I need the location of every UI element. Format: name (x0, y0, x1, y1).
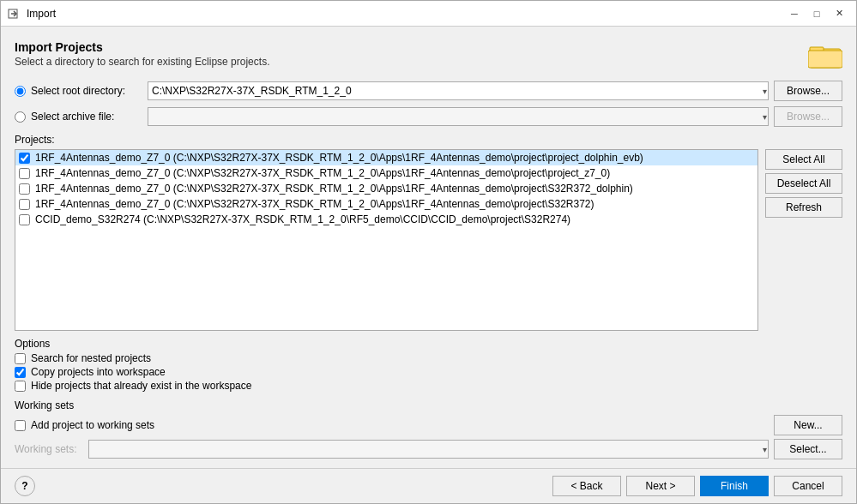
root-dir-input[interactable] (148, 81, 769, 100)
project-checkbox[interactable] (19, 153, 30, 164)
project-item[interactable]: 1RF_4Antennas_demo_Z7_0 (C:\NXP\S32R27X-… (15, 181, 757, 196)
working-sets-input[interactable] (88, 440, 769, 459)
select-all-button[interactable]: Select All (765, 149, 842, 170)
root-dir-label[interactable]: Select root directory: (31, 85, 142, 97)
option-row: Search for nested projects (15, 351, 842, 365)
option-row: Copy projects into workspace (15, 365, 842, 379)
root-dir-radio[interactable] (15, 86, 26, 97)
projects-container: 1RF_4Antennas_demo_Z7_0 (C:\NXP\S32R27X-… (15, 149, 842, 331)
option-label[interactable]: Copy projects into workspace (31, 366, 166, 378)
browse-root-button[interactable]: Browse... (774, 81, 842, 101)
import-icon (8, 7, 21, 21)
svg-rect-4 (808, 51, 842, 68)
archive-input[interactable] (148, 107, 769, 126)
page-header: Import Projects Select a directory to se… (15, 40, 842, 74)
folder-icon (808, 40, 842, 74)
finish-button[interactable]: Finish (700, 476, 769, 496)
project-item-label: CCID_demo_S32R274 (C:\NXP\S32R27X-37X_RS… (35, 213, 570, 225)
page-subtitle: Select a directory to search for existin… (15, 56, 269, 68)
browse-archive-button[interactable]: Browse... (774, 106, 842, 127)
working-sets-section: Working sets Add project to working sets… (15, 399, 842, 459)
import-window: Import ─ □ ✕ Import Projects Select a di… (0, 0, 857, 504)
option-label[interactable]: Search for nested projects (31, 352, 151, 364)
window-controls: ─ □ ✕ (784, 5, 849, 22)
project-item-label: 1RF_4Antennas_demo_Z7_0 (C:\NXP\S32R27X-… (35, 198, 594, 210)
project-checkbox[interactable] (19, 214, 30, 225)
project-item[interactable]: CCID_demo_S32R274 (C:\NXP\S32R27X-37X_RS… (15, 212, 757, 227)
project-item-label: 1RF_4Antennas_demo_Z7_0 (C:\NXP\S32R27X-… (35, 167, 610, 179)
archive-radio[interactable] (15, 111, 26, 123)
archive-combo-wrapper: ▾ (148, 107, 769, 126)
project-item[interactable]: 1RF_4Antennas_demo_Z7_0 (C:\NXP\S32R27X-… (15, 165, 757, 181)
project-item-label: 1RF_4Antennas_demo_Z7_0 (C:\NXP\S32R27X-… (35, 183, 633, 195)
projects-buttons: Select All Deselect All Refresh (765, 149, 842, 331)
archive-row: Select archive file: ▾ Browse... (15, 106, 842, 127)
project-item[interactable]: 1RF_4Antennas_demo_Z7_0 (C:\NXP\S32R27X-… (15, 150, 757, 165)
project-item-label: 1RF_4Antennas_demo_Z7_0 (C:\NXP\S32R27X-… (35, 152, 643, 164)
title-bar: Import ─ □ ✕ (1, 1, 856, 27)
project-checkbox[interactable] (19, 183, 30, 195)
root-dir-combo-wrapper: ▾ (148, 81, 769, 100)
page-header-left: Import Projects Select a directory to se… (15, 40, 269, 68)
window-title: Import (27, 8, 56, 20)
working-sets-input-row: Working sets: ▾ Select... (15, 439, 842, 459)
main-content: Import Projects Select a directory to se… (1, 27, 856, 468)
back-button[interactable]: < Back (552, 476, 621, 496)
options-label: Options (15, 338, 842, 350)
page-title: Import Projects (15, 40, 269, 54)
projects-label: Projects: (15, 134, 842, 146)
option-checkbox[interactable] (15, 381, 26, 392)
help-button[interactable]: ? (15, 476, 35, 496)
new-working-set-button[interactable]: New... (774, 415, 842, 435)
minimize-button[interactable]: ─ (784, 5, 805, 22)
project-item[interactable]: 1RF_4Antennas_demo_Z7_0 (C:\NXP\S32R27X-… (15, 196, 757, 212)
next-button[interactable]: Next > (626, 476, 695, 496)
maximize-button[interactable]: □ (806, 5, 827, 22)
project-checkbox[interactable] (19, 199, 30, 210)
option-checkbox[interactable] (15, 353, 26, 364)
working-sets-label: Working sets (15, 399, 842, 411)
working-sets-add-row: Add project to working sets New... (15, 415, 842, 435)
root-dir-row: Select root directory: ▾ Browse... (15, 81, 842, 101)
footer-buttons: < Back Next > Finish Cancel (552, 476, 842, 496)
option-checkbox[interactable] (15, 367, 26, 378)
archive-label[interactable]: Select archive file: (31, 111, 142, 123)
add-working-sets-label[interactable]: Add project to working sets (31, 419, 154, 431)
add-working-sets-checkbox[interactable] (15, 420, 26, 431)
directory-section: Select root directory: ▾ Browse... Selec… (15, 81, 842, 127)
projects-section: Projects: 1RF_4Antennas_demo_Z7_0 (C:\NX… (15, 134, 842, 331)
option-label[interactable]: Hide projects that already exist in the … (31, 380, 251, 392)
select-working-sets-button[interactable]: Select... (774, 439, 842, 459)
footer: ? < Back Next > Finish Cancel (1, 468, 856, 503)
refresh-button[interactable]: Refresh (765, 197, 842, 218)
project-checkbox[interactable] (19, 168, 30, 179)
deselect-all-button[interactable]: Deselect All (765, 173, 842, 194)
options-section: Options Search for nested projectsCopy p… (15, 338, 842, 393)
close-button[interactable]: ✕ (829, 5, 849, 22)
cancel-button[interactable]: Cancel (774, 476, 842, 496)
projects-list[interactable]: 1RF_4Antennas_demo_Z7_0 (C:\NXP\S32R27X-… (15, 149, 758, 331)
options-items: Search for nested projectsCopy projects … (15, 351, 842, 393)
option-row: Hide projects that already exist in the … (15, 379, 842, 393)
working-sets-field-label: Working sets: (15, 443, 83, 455)
title-bar-left: Import (8, 7, 56, 21)
working-sets-combo-wrapper: ▾ (88, 440, 769, 459)
